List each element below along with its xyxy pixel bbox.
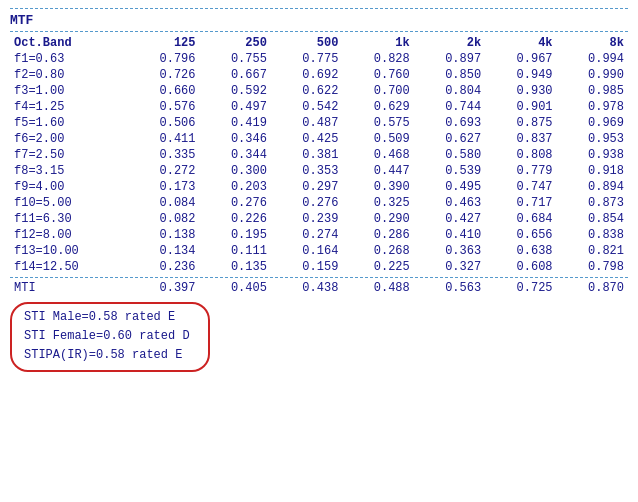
cell-2-2: 0.592 — [200, 83, 271, 99]
cell-11-6: 0.656 — [485, 227, 556, 243]
cell-8-1: 0.173 — [128, 179, 199, 195]
cell-1-3: 0.692 — [271, 67, 342, 83]
cell-3-4: 0.629 — [342, 99, 413, 115]
cell-2-4: 0.700 — [342, 83, 413, 99]
cell-10-4: 0.290 — [342, 211, 413, 227]
cell-12-2: 0.111 — [200, 243, 271, 259]
cell-9-7: 0.873 — [557, 195, 628, 211]
cell-13-2: 0.135 — [200, 259, 271, 275]
cell-3-2: 0.497 — [200, 99, 271, 115]
cell-11-7: 0.838 — [557, 227, 628, 243]
cell-4-3: 0.487 — [271, 115, 342, 131]
sti-line-2: STI Female=0.60 rated D — [24, 327, 190, 346]
row-label-11: f12=8.00 — [10, 227, 128, 243]
cell-2-7: 0.985 — [557, 83, 628, 99]
table-header-row: Oct.Band1252505001k2k4k8k — [10, 35, 628, 51]
cell-12-6: 0.638 — [485, 243, 556, 259]
cell-0-6: 0.967 — [485, 51, 556, 67]
row-label-13: f14=12.50 — [10, 259, 128, 275]
cell-2-1: 0.660 — [128, 83, 199, 99]
cell-3-5: 0.744 — [414, 99, 485, 115]
cell-6-7: 0.938 — [557, 147, 628, 163]
cell-7-6: 0.779 — [485, 163, 556, 179]
cell-1-7: 0.990 — [557, 67, 628, 83]
row-label-9: f10=5.00 — [10, 195, 128, 211]
cell-2-6: 0.930 — [485, 83, 556, 99]
cell-10-5: 0.427 — [414, 211, 485, 227]
cell-13-4: 0.225 — [342, 259, 413, 275]
cell-7-5: 0.539 — [414, 163, 485, 179]
cell-12-3: 0.164 — [271, 243, 342, 259]
cell-4-2: 0.419 — [200, 115, 271, 131]
row-label-7: f8=3.15 — [10, 163, 128, 179]
cell-7-1: 0.272 — [128, 163, 199, 179]
cell-0-1: 0.796 — [128, 51, 199, 67]
row-label-6: f7=2.50 — [10, 147, 128, 163]
cell-3-3: 0.542 — [271, 99, 342, 115]
col-header-4k: 4k — [485, 35, 556, 51]
cell-4-6: 0.875 — [485, 115, 556, 131]
cell-9-6: 0.717 — [485, 195, 556, 211]
cell-9-1: 0.084 — [128, 195, 199, 211]
row-label-3: f4=1.25 — [10, 99, 128, 115]
cell-0-7: 0.994 — [557, 51, 628, 67]
cell-8-6: 0.747 — [485, 179, 556, 195]
cell-1-5: 0.850 — [414, 67, 485, 83]
table-row: f3=1.000.6600.5920.6220.7000.8040.9300.9… — [10, 83, 628, 99]
sti-line-1: STI Male=0.58 rated E — [24, 308, 190, 327]
cell-1-2: 0.667 — [200, 67, 271, 83]
col-header-500: 500 — [271, 35, 342, 51]
cell-10-2: 0.226 — [200, 211, 271, 227]
row-label-5: f6=2.00 — [10, 131, 128, 147]
cell-13-6: 0.608 — [485, 259, 556, 275]
mtf-table: Oct.Band1252505001k2k4k8k f1=0.630.7960.… — [10, 35, 628, 296]
row-label-8: f9=4.00 — [10, 179, 128, 195]
table-row: f4=1.250.5760.4970.5420.6290.7440.9010.9… — [10, 99, 628, 115]
cell-3-6: 0.901 — [485, 99, 556, 115]
mtf-title: MTF — [10, 13, 628, 28]
cell-5-5: 0.627 — [414, 131, 485, 147]
mti-value-1: 0.405 — [200, 280, 271, 296]
col-header-250: 250 — [200, 35, 271, 51]
row-label-1: f2=0.80 — [10, 67, 128, 83]
table-row: f2=0.800.7260.6670.6920.7600.8500.9490.9… — [10, 67, 628, 83]
cell-5-2: 0.346 — [200, 131, 271, 147]
mti-value-6: 0.870 — [557, 280, 628, 296]
cell-0-4: 0.828 — [342, 51, 413, 67]
cell-2-5: 0.804 — [414, 83, 485, 99]
table-row: f8=3.150.2720.3000.3530.4470.5390.7790.9… — [10, 163, 628, 179]
table-row: f12=8.000.1380.1950.2740.2860.4100.6560.… — [10, 227, 628, 243]
cell-11-2: 0.195 — [200, 227, 271, 243]
mti-value-0: 0.397 — [128, 280, 199, 296]
mti-value-3: 0.488 — [342, 280, 413, 296]
cell-13-7: 0.798 — [557, 259, 628, 275]
cell-8-5: 0.495 — [414, 179, 485, 195]
cell-11-1: 0.138 — [128, 227, 199, 243]
table-row: f11=6.300.0820.2260.2390.2900.4270.6840.… — [10, 211, 628, 227]
cell-8-7: 0.894 — [557, 179, 628, 195]
cell-5-1: 0.411 — [128, 131, 199, 147]
table-row: f7=2.500.3350.3440.3810.4680.5800.8080.9… — [10, 147, 628, 163]
cell-6-5: 0.580 — [414, 147, 485, 163]
cell-13-1: 0.236 — [128, 259, 199, 275]
top-divider — [10, 8, 628, 9]
cell-1-1: 0.726 — [128, 67, 199, 83]
cell-1-6: 0.949 — [485, 67, 556, 83]
cell-12-5: 0.363 — [414, 243, 485, 259]
cell-9-5: 0.463 — [414, 195, 485, 211]
cell-7-7: 0.918 — [557, 163, 628, 179]
cell-4-7: 0.969 — [557, 115, 628, 131]
cell-7-2: 0.300 — [200, 163, 271, 179]
cell-12-4: 0.268 — [342, 243, 413, 259]
cell-4-1: 0.506 — [128, 115, 199, 131]
cell-4-5: 0.693 — [414, 115, 485, 131]
cell-1-4: 0.760 — [342, 67, 413, 83]
cell-12-7: 0.821 — [557, 243, 628, 259]
sti-box: STI Male=0.58 rated E STI Female=0.60 ra… — [10, 302, 210, 372]
mti-label: MTI — [10, 280, 128, 296]
mti-value-4: 0.563 — [414, 280, 485, 296]
table-row: f5=1.600.5060.4190.4870.5750.6930.8750.9… — [10, 115, 628, 131]
cell-13-3: 0.159 — [271, 259, 342, 275]
mti-value-5: 0.725 — [485, 280, 556, 296]
table-row: f10=5.000.0840.2760.2760.3250.4630.7170.… — [10, 195, 628, 211]
